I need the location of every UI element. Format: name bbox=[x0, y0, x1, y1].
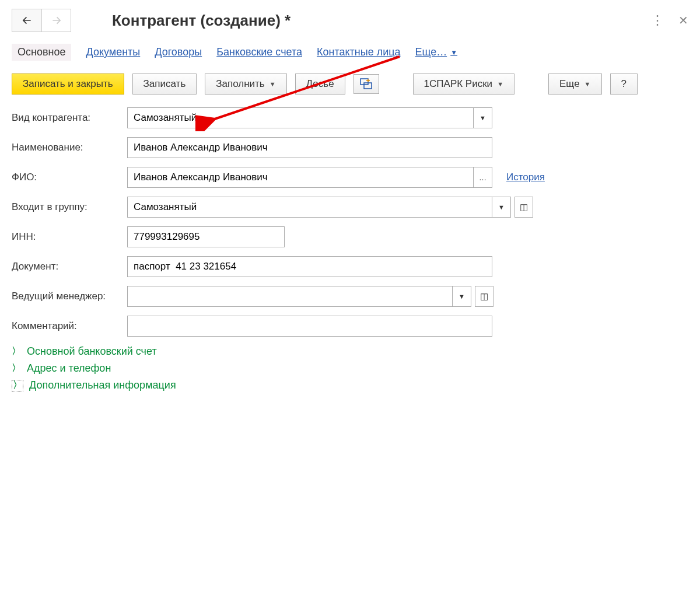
chevron-down-icon: ▼ bbox=[480, 114, 486, 121]
comment-input[interactable] bbox=[127, 316, 492, 337]
fio-input[interactable] bbox=[127, 167, 474, 188]
nav-history-buttons bbox=[12, 9, 71, 32]
page-title: Контрагент (создание) * bbox=[112, 12, 290, 30]
kebab-menu-icon[interactable]: ⋮ bbox=[651, 13, 664, 28]
comment-label: Комментарий: bbox=[12, 320, 127, 332]
inn-input[interactable] bbox=[127, 226, 285, 247]
open-icon: ◫ bbox=[480, 291, 488, 302]
dossier-button[interactable]: Досье bbox=[295, 74, 345, 95]
chevron-down-icon: ▼ bbox=[498, 204, 505, 211]
chevron-right-icon: 〉 bbox=[12, 345, 21, 358]
counterparty-type-input[interactable] bbox=[127, 107, 474, 128]
open-icon: ◫ bbox=[520, 202, 528, 212]
save-and-close-label: Записать и закрыть bbox=[23, 78, 113, 90]
counterparty-type-label: Вид контрагента: bbox=[12, 112, 127, 124]
arrow-right-icon bbox=[51, 15, 62, 26]
pick-icon bbox=[360, 78, 373, 90]
document-label: Документ: bbox=[12, 261, 127, 272]
fill-label: Заполнить bbox=[216, 78, 264, 90]
tab-contacts[interactable]: Контактные лица bbox=[317, 46, 401, 58]
spark-risks-button[interactable]: 1СПАРК Риски ▼ bbox=[413, 74, 514, 95]
forward-button[interactable] bbox=[41, 9, 71, 32]
chevron-down-icon: ▼ bbox=[497, 81, 503, 88]
save-label: Записать bbox=[144, 78, 186, 90]
save-and-close-button[interactable]: Записать и закрыть bbox=[12, 74, 124, 95]
tab-documents[interactable]: Документы bbox=[86, 46, 140, 58]
manager-open-button[interactable]: ◫ bbox=[475, 286, 494, 307]
name-input[interactable] bbox=[127, 137, 492, 158]
arrow-left-icon bbox=[21, 15, 33, 26]
save-button[interactable]: Записать bbox=[132, 74, 197, 95]
tab-main[interactable]: Основное bbox=[12, 44, 71, 61]
chevron-down-icon: ▼ bbox=[459, 293, 465, 300]
tab-bar: Основное Документы Договоры Банковские с… bbox=[12, 44, 688, 61]
name-label: Наименование: bbox=[12, 142, 127, 153]
chevron-down-icon: ▼ bbox=[584, 81, 591, 88]
manager-label: Ведущий менеджер: bbox=[12, 291, 127, 302]
spark-risks-label: 1СПАРК Риски bbox=[424, 78, 493, 90]
document-input[interactable] bbox=[127, 256, 492, 277]
close-icon[interactable]: ✕ bbox=[678, 13, 688, 27]
group-label: Входит в группу: bbox=[12, 201, 127, 213]
fill-button[interactable]: Заполнить ▼ bbox=[205, 74, 286, 95]
collapsible-bank-account-label: Основной банковский счет bbox=[27, 345, 157, 358]
inn-label: ИНН: bbox=[12, 231, 127, 243]
group-dropdown[interactable]: ▼ bbox=[492, 197, 511, 218]
group-input[interactable] bbox=[127, 197, 492, 218]
collapsible-address-phone[interactable]: 〉 Адрес и телефон bbox=[12, 362, 688, 375]
back-button[interactable] bbox=[12, 9, 41, 32]
collapsible-bank-account[interactable]: 〉 Основной банковский счет bbox=[12, 345, 688, 358]
chevron-down-icon: ▼ bbox=[270, 81, 276, 88]
toolbar: Записать и закрыть Записать Заполнить ▼ … bbox=[12, 74, 688, 95]
chevron-down-icon: ▼ bbox=[450, 48, 457, 57]
manager-input[interactable] bbox=[127, 286, 453, 307]
collapsible-address-phone-label: Адрес и телефон bbox=[27, 362, 111, 375]
history-link[interactable]: История bbox=[506, 172, 545, 183]
fio-label: ФИО: bbox=[12, 172, 127, 183]
form: Вид контрагента: ▼ Наименование: ФИО: … … bbox=[12, 107, 688, 391]
fio-select-button[interactable]: … bbox=[474, 167, 492, 188]
chevron-right-icon: 〉 bbox=[12, 362, 21, 375]
pick-button[interactable] bbox=[354, 74, 379, 94]
collapsible-additional-info-label: Дополнительная информация bbox=[29, 379, 176, 391]
collapsible-additional-info[interactable]: 〉 Дополнительная информация bbox=[12, 379, 688, 391]
group-open-button[interactable]: ◫ bbox=[514, 197, 533, 218]
tab-more-label: Еще… bbox=[415, 46, 447, 58]
dossier-label: Досье bbox=[306, 78, 334, 90]
manager-dropdown[interactable]: ▼ bbox=[453, 286, 471, 307]
tab-more[interactable]: Еще… ▼ bbox=[415, 46, 458, 58]
ellipsis-icon: … bbox=[479, 173, 487, 182]
more-label: Еще bbox=[559, 78, 580, 90]
tab-bank-accounts[interactable]: Банковские счета bbox=[216, 46, 302, 58]
more-button[interactable]: Еще ▼ bbox=[548, 74, 601, 95]
counterparty-type-dropdown[interactable]: ▼ bbox=[474, 107, 492, 128]
chevron-right-boxed-icon: 〉 bbox=[12, 380, 23, 391]
tab-contracts[interactable]: Договоры bbox=[155, 46, 202, 58]
help-label: ? bbox=[621, 78, 626, 90]
help-button[interactable]: ? bbox=[610, 74, 638, 95]
